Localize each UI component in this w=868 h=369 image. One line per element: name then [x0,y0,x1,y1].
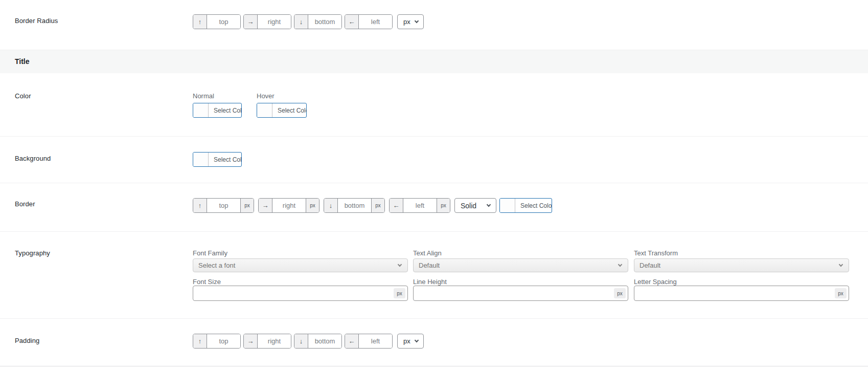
padding-right-input[interactable] [258,334,291,348]
border-label: Border [15,200,35,208]
arrow-down-icon: ↓ [324,199,338,212]
text-transform-select[interactable]: Default [634,258,849,272]
chevron-down-icon [414,338,418,342]
border-right-unit: px [306,199,319,212]
title-section-label: Title [15,57,30,66]
border-left-input[interactable] [403,199,437,212]
padding-right-group: → [243,334,291,349]
chevron-down-icon [414,19,418,23]
border-radius-row: Border Radius ↑ → ↓ ← px [0,0,868,50]
letter-spacing-input[interactable] [634,286,849,300]
font-size-input[interactable] [193,286,407,300]
typography-label: Typography [15,249,50,257]
border-radius-label: Border Radius [15,17,58,25]
text-align-label: Text Align [413,249,442,257]
border-radius-left-group: ← [345,14,393,29]
color-swatch [500,199,515,212]
padding-row: Padding ↑ → ↓ ← px [0,319,868,366]
border-select-color-button[interactable]: Select Color [499,198,552,213]
arrow-down-icon: ↓ [294,334,308,348]
border-top-input[interactable] [207,199,240,212]
chevron-down-icon [398,263,402,267]
arrow-left-icon: ← [390,199,403,212]
text-transform-label: Text Transform [634,249,678,257]
arrow-up-icon: ↑ [193,15,207,29]
chevron-down-icon [839,263,843,267]
text-align-select[interactable]: Default [413,258,628,272]
text-transform-value: Default [639,262,660,269]
chevron-down-icon [618,263,622,267]
padding-unit-select[interactable]: px [397,334,424,349]
border-left-group: ← px [389,198,450,213]
select-color-label: Select Color [515,199,552,212]
line-height-field: px [413,286,628,301]
padding-left-group: ← [345,334,393,349]
border-radius-top-input[interactable] [207,15,240,29]
border-style-select[interactable]: Solid [454,198,496,213]
arrow-left-icon: ← [345,334,359,348]
letter-spacing-field: px [634,286,849,301]
font-size-field: px [193,286,408,301]
font-family-select[interactable]: Select a font [193,258,408,272]
arrow-right-icon: → [244,334,258,348]
color-hover-select-color-button[interactable]: Select Color [257,103,307,118]
padding-controls: ↑ → ↓ ← px [193,334,424,349]
border-bottom-input[interactable] [338,199,371,212]
color-swatch [257,103,272,117]
line-height-label: Line Height [413,278,447,286]
border-radius-unit-select[interactable]: px [397,14,424,29]
title-section-header: Title [0,50,868,73]
border-bottom-group: ↓ px [324,198,385,213]
color-swatch [193,103,209,117]
arrow-left-icon: ← [345,15,359,29]
color-normal-select-color-button[interactable]: Select Color [193,103,242,118]
color-label: Color [15,92,31,100]
border-radius-bottom-group: ↓ [294,14,342,29]
arrow-up-icon: ↑ [193,334,207,348]
settings-panel: Border Radius ↑ → ↓ ← px [0,0,868,369]
padding-top-group: ↑ [193,334,241,349]
border-left-unit: px [437,199,450,212]
background-row: Background Select Color [0,137,868,183]
typography-row: Typography Font Family Select a font Fon… [0,232,868,319]
font-size-label: Font Size [193,278,221,286]
unit-value: px [403,337,410,345]
color-swatch [193,153,209,166]
arrow-up-icon: ↑ [193,199,207,212]
arrow-down-icon: ↓ [294,15,308,29]
padding-bottom-input[interactable] [308,334,341,348]
padding-left-input[interactable] [359,334,392,348]
arrow-right-icon: → [259,199,272,212]
padding-bottom-group: ↓ [294,334,342,349]
border-top-unit: px [240,199,254,212]
text-align-value: Default [419,262,440,269]
background-label: Background [15,155,51,162]
padding-label: Padding [15,337,39,344]
font-size-unit: px [394,288,405,298]
padding-top-input[interactable] [207,334,240,348]
border-radius-right-input[interactable] [258,15,291,29]
border-right-group: → px [258,198,319,213]
color-row: Color Normal Hover Select Color Select C… [0,73,868,137]
border-top-group: ↑ px [193,198,254,213]
border-radius-bottom-input[interactable] [308,15,341,29]
border-bottom-unit: px [371,199,384,212]
border-radius-left-input[interactable] [359,15,392,29]
font-family-value: Select a font [198,262,235,269]
chevron-down-icon [487,203,491,207]
color-normal-label: Normal [193,92,214,100]
select-color-label: Select Color [272,103,307,117]
border-right-input[interactable] [272,199,306,212]
select-color-label: Select Color [209,103,242,117]
font-family-label: Font Family [193,249,227,257]
unit-value: px [403,18,410,26]
border-radius-right-group: → [243,14,291,29]
line-height-unit: px [614,288,626,298]
background-select-color-button[interactable]: Select Color [193,152,242,167]
border-row: Border ↑ px → px ↓ px ← px [0,183,868,232]
line-height-input[interactable] [414,286,628,300]
border-style-value: Solid [461,202,476,210]
border-radius-controls: ↑ → ↓ ← px [193,14,424,29]
select-color-label: Select Color [209,153,242,166]
border-controls: ↑ px → px ↓ px ← px Solid [193,198,552,213]
